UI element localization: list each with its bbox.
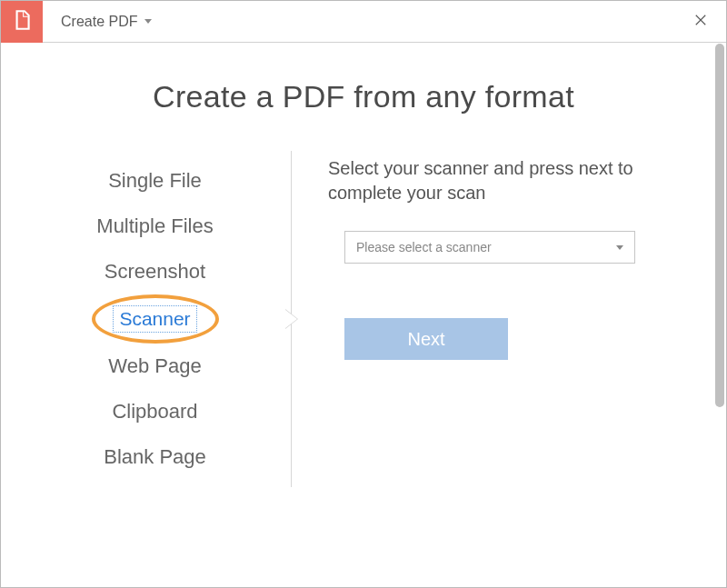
sidebar-item-scanner[interactable]: Scanner: [37, 294, 273, 344]
page-title: Create a PDF from any format: [37, 79, 690, 115]
titlebar: Create PDF: [1, 1, 726, 43]
body-row: Single File Multiple Files Screenshot Sc…: [37, 151, 690, 487]
sidebar-item-label: Screenshot: [105, 260, 205, 283]
scanner-select-placeholder: Please select a scanner: [356, 240, 616, 254]
right-panel: Select your scanner and press next to co…: [292, 151, 690, 487]
callout-pointer-icon: [285, 309, 298, 329]
sidebar-item-clipboard[interactable]: Clipboard: [37, 389, 273, 434]
chevron-down-icon: [616, 245, 623, 250]
sidebar-item-blank-page[interactable]: Blank Page: [37, 434, 273, 480]
sidebar-item-single-file[interactable]: Single File: [37, 158, 273, 204]
sidebar-item-label: Single File: [108, 169, 202, 192]
sidebar-item-screenshot[interactable]: Screenshot: [37, 249, 273, 294]
titlebar-label-text: Create PDF: [61, 14, 137, 30]
sidebar-item-label: Clipboard: [112, 400, 197, 423]
next-button[interactable]: Next: [344, 318, 508, 360]
sidebar-item-multiple-files[interactable]: Multiple Files: [37, 204, 273, 249]
panel-instruction: Select your scanner and press next to co…: [328, 156, 690, 205]
sidebar-item-label: Web Page: [108, 354, 201, 377]
titlebar-dropdown[interactable]: Create PDF: [61, 14, 152, 30]
dialog-window: Create PDF Create a PDF from any format …: [0, 0, 727, 588]
sidebar-item-label: Multiple Files: [96, 214, 213, 237]
scanner-select[interactable]: Please select a scanner: [344, 231, 635, 264]
close-icon: [692, 12, 709, 32]
chevron-down-icon: [144, 19, 152, 24]
source-list: Single File Multiple Files Screenshot Sc…: [37, 151, 292, 487]
next-button-label: Next: [407, 329, 444, 350]
close-button[interactable]: [690, 11, 712, 33]
app-icon-box: [1, 1, 43, 43]
sidebar-item-label: Blank Page: [104, 445, 206, 468]
sidebar-item-web-page[interactable]: Web Page: [37, 344, 273, 389]
sidebar-item-label: Scanner: [113, 305, 196, 333]
content-area: Create a PDF from any format Single File…: [1, 43, 726, 587]
pdf-file-icon: [10, 8, 34, 35]
